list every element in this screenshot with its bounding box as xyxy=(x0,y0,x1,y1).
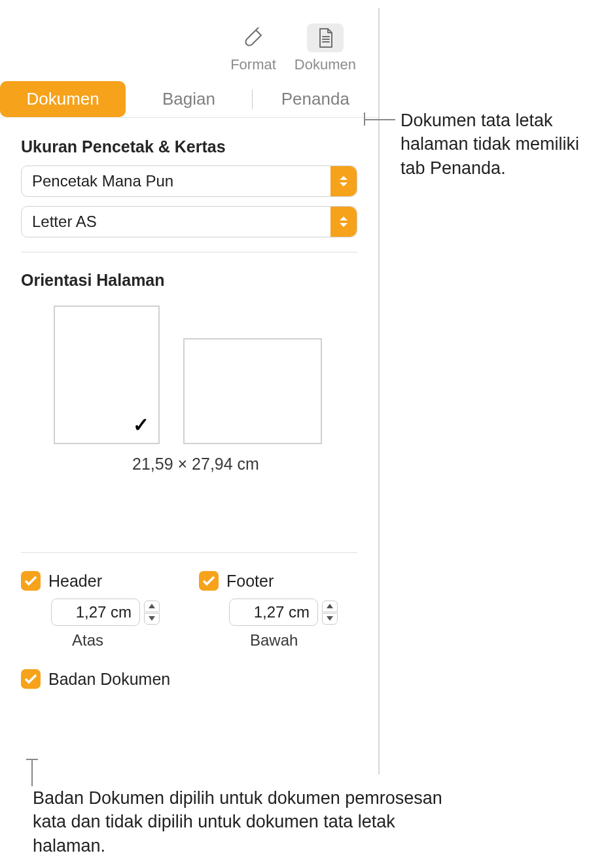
format-button[interactable]: Format xyxy=(221,24,285,73)
stepper-down[interactable] xyxy=(322,613,338,625)
header-label: Header xyxy=(48,572,102,591)
header-margin-input[interactable]: 1,27 cm xyxy=(51,599,140,626)
stepper-up[interactable] xyxy=(322,600,338,612)
document-button[interactable]: Dokumen xyxy=(285,24,365,73)
header-footer-row: Header 1,27 cm Atas Footer xyxy=(21,571,357,650)
tab-document[interactable]: Dokumen xyxy=(0,81,126,117)
callout-tick xyxy=(26,759,38,760)
header-caption: Atas xyxy=(72,631,179,650)
tab-bookmarks[interactable]: Penanda xyxy=(253,81,378,117)
footer-caption: Bawah xyxy=(250,631,357,650)
page-dimensions: 21,59 × 27,94 cm xyxy=(34,455,357,474)
callout-connector xyxy=(365,119,395,120)
callout-tick xyxy=(364,113,365,126)
dropdown-arrows-icon xyxy=(330,207,357,237)
document-body-checkbox[interactable] xyxy=(21,669,41,689)
orientation-portrait[interactable]: ✓ xyxy=(54,305,160,444)
paper-size-dropdown[interactable]: Letter AS xyxy=(21,206,357,237)
divider xyxy=(21,552,357,553)
dropdown-arrows-icon xyxy=(330,166,357,196)
callout-bookmarks: Dokumen tata letak halaman tidak memilik… xyxy=(401,109,603,180)
stepper-down[interactable] xyxy=(144,613,160,625)
callout-document-body: Badan Dokumen dipilih untuk dokumen pemr… xyxy=(33,786,452,858)
footer-label: Footer xyxy=(226,572,274,591)
footer-column: Footer 1,27 cm Bawah xyxy=(199,571,357,650)
footer-margin-input[interactable]: 1,27 cm xyxy=(229,599,318,626)
footer-checkbox[interactable] xyxy=(199,571,219,591)
header-checkbox[interactable] xyxy=(21,571,41,591)
callout-connector xyxy=(31,760,33,786)
divider xyxy=(21,252,357,252)
tab-section[interactable]: Bagian xyxy=(126,81,251,117)
header-column: Header 1,27 cm Atas xyxy=(21,571,179,650)
printer-dropdown[interactable]: Pencetak Mana Pun xyxy=(21,165,357,197)
document-label: Dokumen xyxy=(294,56,356,73)
inspector-panel: Format Dokumen Dokumen Bagian Penanda Uk… xyxy=(0,8,380,774)
orientation-landscape[interactable] xyxy=(183,338,322,444)
paper-value: Letter AS xyxy=(32,213,97,231)
document-panel: Ukuran Pencetak & Kertas Pencetak Mana P… xyxy=(0,118,378,711)
orientation-title: Orientasi Halaman xyxy=(21,271,357,290)
stepper-up[interactable] xyxy=(144,600,160,612)
tab-bar: Dokumen Bagian Penanda xyxy=(0,81,378,118)
footer-stepper xyxy=(322,600,338,625)
printer-paper-title: Ukuran Pencetak & Kertas xyxy=(21,137,357,156)
printer-value: Pencetak Mana Pun xyxy=(32,172,173,190)
document-icon xyxy=(307,24,344,52)
format-label: Format xyxy=(230,56,276,73)
checkmark-icon: ✓ xyxy=(133,413,149,436)
orientation-options: ✓ xyxy=(54,305,357,444)
document-body-label: Badan Dokumen xyxy=(48,670,170,689)
header-stepper xyxy=(144,600,160,625)
toolbar: Format Dokumen xyxy=(0,8,378,81)
document-body-row: Badan Dokumen xyxy=(21,669,357,689)
brush-icon xyxy=(235,24,272,52)
